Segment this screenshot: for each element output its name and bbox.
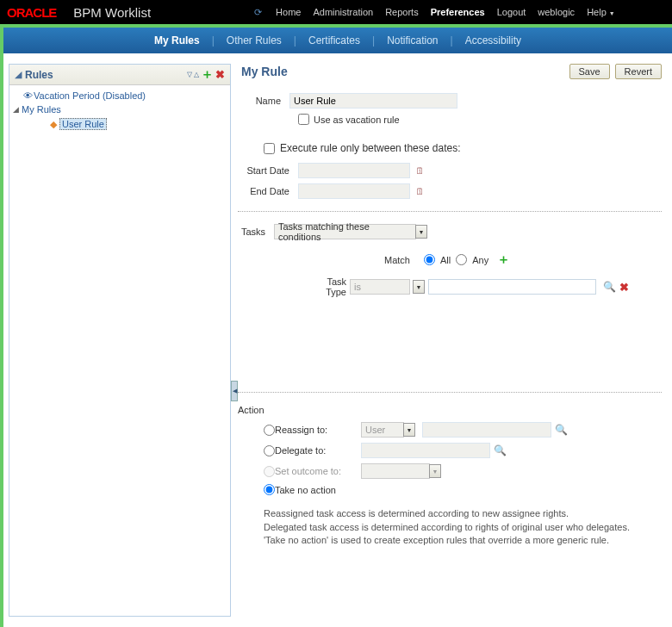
help-text: Reassigned task access is determined acc…: [238, 507, 662, 547]
add-rule-icon[interactable]: ＋: [201, 66, 214, 83]
tab-my-rules[interactable]: My Rules: [142, 29, 212, 52]
tasktype-label: Task Type: [315, 276, 346, 297]
rule-title: My Rule: [238, 65, 569, 78]
nav-reports[interactable]: Reports: [380, 7, 424, 17]
tasktype-op-arrow[interactable]: ▼: [413, 280, 425, 294]
splitter-handle[interactable]: ◀: [231, 381, 238, 401]
end-date-label: End Date: [238, 186, 298, 196]
rule-icon: ◆: [47, 119, 59, 130]
tasks-select-arrow[interactable]: ▼: [415, 225, 427, 239]
start-date-input[interactable]: [298, 163, 410, 178]
setoutcome-label: Set outcome to:: [275, 466, 361, 476]
setoutcome-radio: [264, 466, 275, 477]
end-date-picker-icon[interactable]: 🗓: [415, 186, 425, 196]
vacation-icon: 👁: [22, 90, 34, 101]
top-nav: Home Administration Reports Preferences …: [271, 7, 620, 17]
tasktype-remove-icon[interactable]: ✖: [619, 281, 629, 294]
delegate-value-input: [361, 443, 490, 458]
my-rules-node[interactable]: ◢ My Rules: [13, 102, 227, 116]
rules-tree: 👁 Vacation Period (Disabled) ◢ My Rules …: [9, 85, 230, 135]
refresh-icon[interactable]: ⟳: [254, 7, 262, 18]
use-vacation-label: Use as vacation rule: [314, 115, 400, 125]
revert-button[interactable]: Revert: [615, 64, 662, 79]
nav-home[interactable]: Home: [271, 7, 306, 17]
oracle-logo: ORACLE: [7, 5, 56, 20]
end-date-input[interactable]: [298, 183, 410, 199]
tasks-select[interactable]: Tasks matching these conditions: [274, 224, 416, 239]
reassign-type-arrow: ▼: [403, 423, 415, 437]
nav-help[interactable]: Help: [582, 7, 620, 17]
main-frame: My Rules | Other Rules | Certificates | …: [0, 24, 672, 627]
delegate-radio[interactable]: [264, 445, 275, 456]
delete-rule-icon[interactable]: ✖: [215, 68, 225, 81]
rules-panel-header: ◢ Rules ▽ △ ＋ ✖: [9, 65, 230, 85]
nav-admin[interactable]: Administration: [308, 7, 378, 17]
reassign-label: Reassign to:: [275, 425, 361, 435]
start-date-picker-icon[interactable]: 🗓: [415, 165, 425, 176]
tasktype-value-input[interactable]: [428, 279, 596, 295]
sort-down-icon[interactable]: ▽: [187, 71, 192, 78]
separator: [238, 211, 662, 212]
match-label: Match: [384, 255, 410, 265]
delegate-search-icon[interactable]: 🔍: [494, 444, 507, 456]
tasks-label: Tasks: [238, 227, 274, 237]
tab-certificates[interactable]: Certificates: [296, 29, 372, 52]
noaction-radio[interactable]: [264, 484, 275, 495]
name-label: Name: [238, 96, 289, 106]
separator: [238, 392, 662, 393]
tasktype-search-icon[interactable]: 🔍: [603, 281, 616, 293]
delegate-label: Delegate to:: [275, 445, 361, 456]
reassign-radio[interactable]: [264, 425, 275, 436]
execute-dates-label: Execute rule only between these dates:: [280, 142, 460, 154]
nav-user[interactable]: weblogic: [532, 7, 580, 17]
rules-panel: ◢ Rules ▽ △ ＋ ✖ 👁 Vacation Period (Disab…: [9, 64, 231, 617]
reassign-value-input: [422, 422, 551, 438]
noaction-label: Take no action: [275, 485, 361, 495]
app-title: BPM Worklist: [73, 5, 151, 20]
tab-accessibility[interactable]: Accessibility: [453, 29, 533, 52]
nav-preferences[interactable]: Preferences: [426, 7, 490, 17]
match-all-label: All: [440, 255, 451, 265]
match-any-radio[interactable]: [456, 254, 467, 265]
match-any-label: Any: [472, 255, 488, 265]
reassign-search-icon[interactable]: 🔍: [555, 424, 568, 436]
tab-other-rules[interactable]: Other Rules: [215, 29, 294, 52]
collapse-icon[interactable]: ◢: [15, 69, 22, 80]
rules-panel-title: Rules: [25, 69, 187, 81]
nav-logout[interactable]: Logout: [492, 7, 532, 17]
setoutcome-arrow: ▼: [429, 464, 441, 478]
expand-icon[interactable]: ◢: [13, 105, 22, 114]
use-vacation-checkbox[interactable]: [298, 114, 309, 125]
tab-notification[interactable]: Notification: [375, 29, 450, 52]
sort-up-icon[interactable]: △: [194, 71, 199, 78]
user-rule-node[interactable]: ◆ User Rule: [13, 116, 227, 132]
setoutcome-select: [361, 463, 430, 479]
vacation-period-node[interactable]: 👁 Vacation Period (Disabled): [13, 89, 227, 102]
reassign-type-select: User: [361, 422, 404, 438]
add-condition-icon[interactable]: ＋: [497, 251, 510, 268]
rule-name-input[interactable]: [289, 93, 457, 109]
tasktype-operator[interactable]: is: [350, 279, 410, 295]
start-date-label: Start Date: [238, 165, 298, 176]
save-button[interactable]: Save: [569, 64, 610, 79]
top-bar: ORACLE BPM Worklist ⟳ Home Administratio…: [0, 0, 672, 24]
preference-tabs: My Rules | Other Rules | Certificates | …: [3, 28, 672, 53]
execute-dates-checkbox[interactable]: [264, 143, 275, 154]
rule-detail-panel: ◀ My Rule Save Revert Name Use as vacati…: [231, 53, 672, 627]
match-all-radio[interactable]: [424, 254, 435, 265]
action-label: Action: [238, 405, 662, 415]
